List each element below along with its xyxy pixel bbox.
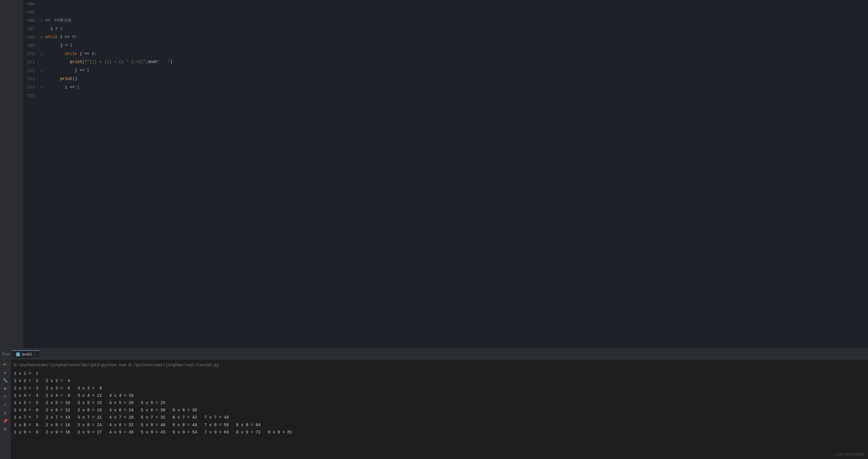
- code-token: i: [41, 26, 55, 31]
- run-button[interactable]: ▶: [2, 361, 9, 367]
- code-token: print: [60, 76, 72, 81]
- run-body: ▶ ▲ 🔧 ■ ⟳ ≡ 🖨 📌 🗑 D:\pythonitems\jinghao…: [0, 359, 868, 459]
- watermark: CSDN @景天科技苑: [835, 452, 865, 457]
- run-header: Run: 🐍 test01 ×: [0, 349, 868, 359]
- code-token: +=: [80, 68, 85, 73]
- code-line: print(f"{j} x {i} = {i * j:>2}",end=' '): [41, 58, 866, 66]
- code-token: j: [45, 68, 80, 73]
- code-token: <=: [84, 52, 89, 56]
- run-panel: Run: 🐍 test01 × ▶ ▲ 🔧 ■ ⟳ ≡ 🖨 📌 🗑 D:\pyt…: [0, 348, 868, 459]
- code-token: [41, 76, 60, 81]
- code-token: while: [65, 52, 77, 56]
- code-token: 1: [58, 26, 63, 31]
- run-sidebar: ▶ ▲ 🔧 ■ ⟳ ≡ 🖨 📌 🗑: [0, 359, 10, 459]
- sidebar: [0, 0, 23, 348]
- code-token: +=: [70, 85, 75, 90]
- code-token: while: [45, 35, 58, 39]
- code-line: ⊟ i += 1: [41, 83, 866, 92]
- code-token: j: [41, 43, 65, 48]
- code-line: ⊟while i <= 9:: [41, 33, 866, 41]
- code-token: end: [148, 60, 155, 64]
- code-content[interactable]: ⊟#4、99乘法表 i = 1⊟while i <= 9: j = 1⊟ whi…: [38, 0, 868, 348]
- rerun-icon[interactable]: ⟳: [2, 394, 8, 400]
- code-line: j = 1: [41, 41, 866, 50]
- code-line: i = 1: [41, 25, 866, 33]
- output-line: 1 x 8 = 8 2 x 8 = 16 3 x 8 = 24 4 x 8 = …: [14, 422, 865, 429]
- code-token: i: [45, 85, 70, 90]
- code-token: i: [89, 52, 94, 56]
- line-numbers: 564565566567568569570571572573574575: [23, 0, 38, 348]
- code-token: f"{j} x {i} = {i * j:>2}": [85, 60, 146, 64]
- code-token: j: [77, 52, 84, 56]
- code-token: ,: [146, 60, 148, 64]
- code-line: ⊟ j += 1: [41, 66, 866, 75]
- output-line: 1 x 5 = 5 2 x 5 = 10 3 x 5 = 15 4 x 5 = …: [14, 399, 865, 407]
- fold-icon[interactable]: ⊟: [41, 52, 45, 56]
- code-token: <=: [65, 35, 70, 39]
- code-line: ⊟ while j <= i:: [41, 50, 866, 58]
- fold-icon[interactable]: ⊟: [41, 18, 45, 22]
- run-tab[interactable]: 🐍 test01 ×: [12, 350, 39, 358]
- code-token: i: [58, 35, 65, 39]
- code-token: 1: [67, 43, 72, 48]
- code-token: 1: [75, 85, 80, 90]
- trash-icon[interactable]: 🗑: [2, 426, 8, 433]
- code-token: 1: [84, 68, 89, 73]
- pin-icon[interactable]: 📌: [2, 418, 8, 424]
- code-token: #4、99乘法表: [45, 18, 71, 23]
- editor-area: 564565566567568569570571572573574575 ⊟#4…: [0, 0, 868, 348]
- code-panel: 564565566567568569570571572573574575 ⊟#4…: [23, 0, 868, 348]
- stop-button[interactable]: ■: [2, 386, 8, 392]
- output-line: 1 x 7 = 7 2 x 7 = 14 3 x 7 = 21 4 x 7 = …: [14, 414, 865, 421]
- fold-icon[interactable]: ⊟: [41, 68, 45, 72]
- close-tab-button[interactable]: ×: [34, 353, 36, 356]
- output-line: 1 x 3 = 3 2 x 3 = 6 3 x 3 = 9: [14, 385, 865, 392]
- fold-icon[interactable]: ⊟: [41, 85, 45, 89]
- output-line: 1 x 1 = 1: [14, 370, 865, 377]
- code-token: [45, 52, 65, 56]
- run-label: Run:: [2, 352, 10, 356]
- code-token: 9: [70, 35, 75, 39]
- run-output[interactable]: D:\pythonitems\jinghao\venv\Scripts\pyth…: [10, 359, 868, 459]
- code-line: ⊟#4、99乘法表: [41, 16, 866, 25]
- code-token: :: [75, 35, 77, 39]
- code-token: [41, 60, 70, 64]
- code-token: (: [82, 60, 85, 64]
- code-line: print(): [41, 75, 866, 83]
- python-icon: 🐍: [16, 352, 20, 357]
- run-tab-label: test01: [22, 352, 32, 357]
- code-line: [41, 0, 866, 8]
- code-token: (): [72, 76, 77, 81]
- command-line: D:\pythonitems\jinghao\venv\Scripts\pyth…: [14, 362, 865, 369]
- output-line: 1 x 2 = 2 2 x 2 = 4: [14, 377, 865, 385]
- output-line: 1 x 4 = 4 2 x 4 = 8 3 x 4 = 12 4 x 4 = 1…: [14, 392, 865, 399]
- list-icon[interactable]: ≡: [2, 402, 8, 408]
- code-token: ' ': [158, 60, 170, 64]
- code-line: [41, 91, 866, 99]
- code-line: [41, 8, 866, 16]
- code-token: ): [170, 60, 172, 64]
- code-token: =: [55, 26, 58, 31]
- fold-icon[interactable]: ⊟: [41, 35, 45, 39]
- code-token: print: [70, 60, 82, 64]
- code-token: :: [94, 52, 96, 56]
- print-icon[interactable]: 🖨: [2, 410, 8, 416]
- output-line: 1 x 6 = 6 2 x 6 = 12 3 x 6 = 18 4 x 6 = …: [14, 407, 865, 414]
- output-line: 1 x 9 = 9 2 x 9 = 18 3 x 9 = 27 4 x 9 = …: [14, 429, 865, 436]
- wrench-icon[interactable]: 🔧: [2, 377, 8, 384]
- up-button[interactable]: ▲: [2, 369, 8, 375]
